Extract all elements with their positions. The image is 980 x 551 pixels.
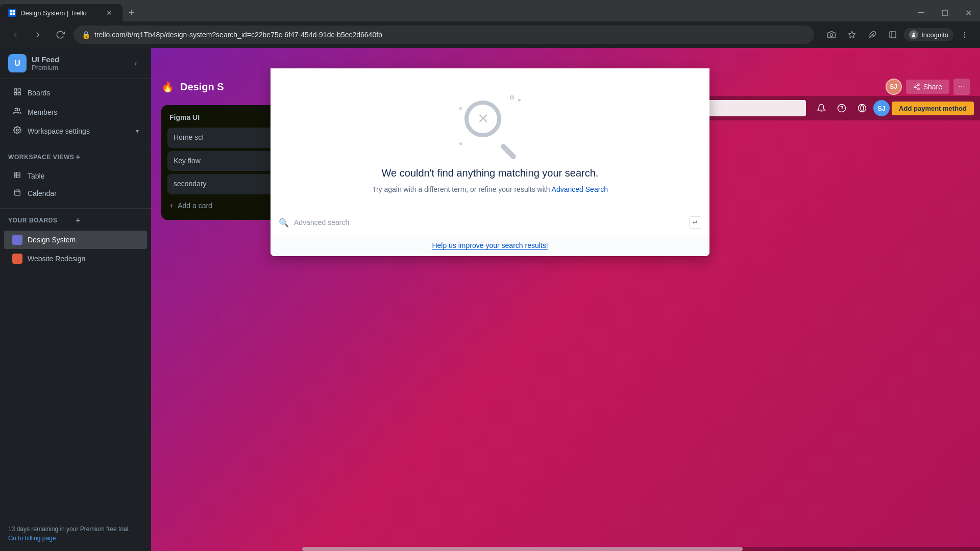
nav-right: SJ [812, 99, 890, 117]
help-button[interactable] [832, 99, 851, 117]
board-color-indicator [12, 235, 22, 245]
sidebar-boards-label: Boards [28, 89, 50, 97]
svg-point-34 [859, 105, 866, 112]
dot-decoration [510, 95, 514, 99]
scrollbar-thumb[interactable] [302, 547, 743, 551]
workspace-views-label: Workspace views [8, 154, 76, 161]
advanced-search-input[interactable] [294, 218, 684, 227]
svg-rect-10 [890, 32, 896, 38]
board-name-website-redesign: Website Redesign [28, 255, 139, 263]
trial-text: 13 days remaining in your Premium free t… [8, 524, 143, 543]
star-icon[interactable] [843, 26, 861, 44]
view-item-calendar[interactable]: Calendar [4, 185, 147, 202]
url-text: trello.com/b/rq1Tb48p/design-system?sear… [94, 31, 806, 39]
billing-link[interactable]: Go to billing page [8, 535, 56, 542]
svg-rect-3 [13, 13, 15, 16]
incognito-icon [909, 30, 918, 39]
workspace-views-section: Workspace views + Table Calendar [0, 145, 151, 208]
svg-rect-22 [15, 172, 20, 178]
advanced-search-bar: 🔍 ↵ [271, 210, 709, 235]
close-button[interactable]: ✕ [957, 4, 980, 21]
camera-icon[interactable] [822, 26, 841, 44]
add-view-button[interactable]: + [76, 153, 143, 162]
workspace-info: UI Feed Premium [32, 55, 124, 71]
svg-point-12 [913, 33, 915, 35]
svg-rect-1 [13, 10, 15, 13]
tab-close-button[interactable]: ✕ [104, 8, 114, 18]
svg-point-37 [917, 88, 919, 90]
enter-hint: ↵ [689, 216, 701, 229]
dot-decoration [459, 142, 462, 145]
svg-point-36 [914, 86, 916, 88]
share-button[interactable]: Share [906, 80, 949, 94]
new-tab-button[interactable]: + [122, 7, 141, 19]
plus-icon: + [169, 202, 174, 210]
advanced-search-link[interactable]: Advanced Search [552, 185, 608, 193]
svg-rect-4 [918, 12, 924, 13]
tab-title: Design System | Trello [20, 9, 100, 17]
svg-line-39 [916, 85, 918, 86]
svg-line-38 [916, 87, 918, 88]
window-controls: ✕ [910, 4, 980, 21]
sidebar: U UI Feed Premium ‹ Boards Members + [0, 48, 151, 551]
user-avatar[interactable]: SJ [873, 100, 890, 116]
menu-icon[interactable] [955, 26, 974, 44]
workspace-avatar: U [8, 54, 27, 72]
board-item-website-redesign[interactable]: Website Redesign [4, 249, 147, 268]
active-tab[interactable]: Design System | Trello ✕ [0, 4, 122, 21]
boards-icon [12, 88, 22, 98]
add-board-button[interactable]: + [76, 216, 143, 225]
add-payment-button[interactable]: Add payment method [892, 102, 974, 115]
improve-search-link[interactable]: Help us improve your search results! [432, 241, 548, 250]
forward-button[interactable] [29, 26, 47, 44]
display-button[interactable] [853, 99, 871, 117]
board-item-design-system[interactable]: Design System [4, 231, 147, 249]
horizontal-scrollbar[interactable] [302, 547, 980, 551]
board-color-indicator [12, 254, 22, 264]
workspace-plan: Premium [32, 64, 124, 71]
svg-point-20 [15, 108, 17, 111]
board-emoji: 🔥 [161, 81, 174, 93]
members-icon [12, 107, 22, 117]
sidebar-item-boards[interactable]: Boards [4, 84, 147, 102]
notifications-button[interactable] [812, 99, 830, 117]
reload-button[interactable] [51, 26, 69, 44]
extensions-icon[interactable] [863, 26, 881, 44]
back-button[interactable] [6, 26, 24, 44]
svg-point-14 [964, 34, 965, 35]
settings-icon [12, 126, 22, 136]
svg-marker-7 [849, 31, 855, 38]
browser-icons: Incognito [822, 26, 974, 44]
maximize-button[interactable] [933, 4, 957, 21]
table-view-label: Table [28, 172, 44, 180]
sidebar-item-members[interactable]: Members + [4, 103, 147, 121]
board-title: Design S [180, 81, 224, 93]
no-results-subtitle: Try again with a different term, or refi… [372, 185, 608, 193]
dot-decoration [459, 107, 462, 110]
sidebar-toggle-icon[interactable] [884, 26, 902, 44]
svg-point-15 [964, 37, 965, 37]
sidebar-members-label: Members [28, 108, 57, 116]
sidebar-collapse-button[interactable]: ‹ [129, 56, 143, 70]
sidebar-settings-label: Workspace settings [28, 127, 90, 135]
svg-rect-0 [10, 10, 12, 13]
svg-point-6 [830, 34, 833, 36]
no-results-title: We couldn't find anything matching your … [382, 167, 599, 179]
view-item-table[interactable]: Table [4, 167, 147, 184]
your-boards-label: Your boards [8, 217, 76, 224]
svg-point-13 [964, 32, 965, 33]
improve-search-section: Help us improve your search results! [271, 235, 709, 256]
tab-bar: Design System | Trello ✕ + ✕ [0, 0, 980, 21]
trial-banner: 13 days remaining in your Premium free t… [0, 516, 151, 551]
no-results-illustration: ✕ [457, 93, 523, 159]
magnifier-circle: ✕ [464, 101, 501, 137]
board-name-design-system: Design System [28, 236, 139, 244]
address-bar[interactable]: 🔒 trello.com/b/rq1Tb48p/design-system?se… [74, 26, 814, 44]
more-options-button[interactable]: ··· [953, 79, 970, 95]
minimize-button[interactable] [910, 4, 933, 21]
incognito-badge[interactable]: Incognito [904, 28, 953, 41]
svg-rect-5 [942, 10, 947, 15]
calendar-icon [12, 189, 22, 197]
sidebar-item-workspace-settings[interactable]: Workspace settings ▾ [4, 122, 147, 140]
member-avatar: SJ [886, 79, 902, 95]
